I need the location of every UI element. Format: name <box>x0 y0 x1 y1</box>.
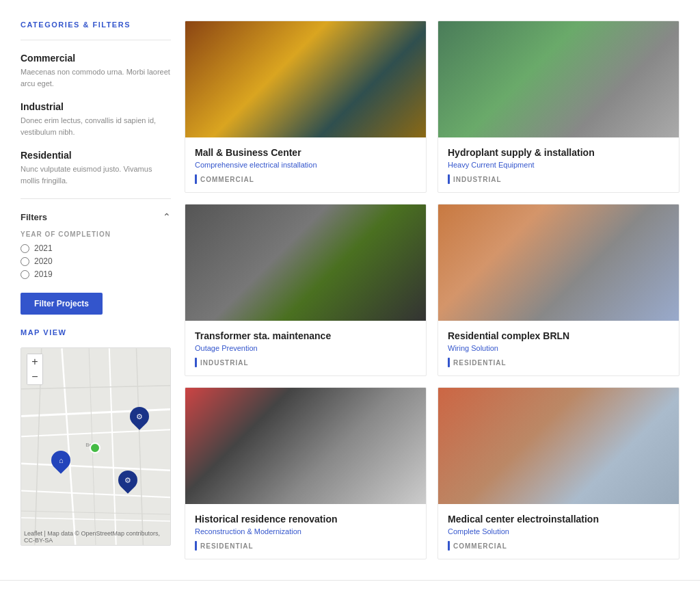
projects-grid: Mall & Business Center Comprehensive ele… <box>185 21 679 559</box>
project-info-mall: Mall & Business Center Comprehensive ele… <box>185 137 426 192</box>
category-industrial-title: Industrial <box>21 101 171 112</box>
year-2021[interactable]: 2021 <box>21 243 171 253</box>
filters-header[interactable]: Filters ⌃ <box>21 211 171 222</box>
zoom-in-button[interactable]: + <box>27 354 42 369</box>
category-residential-desc: Nunc vulputate euismod justo. Vivamus mo… <box>21 163 171 186</box>
project-subtitle-mall: Comprehensive electrical installation <box>195 161 416 169</box>
project-category-residential: RESIDENTIAL <box>448 358 669 367</box>
project-image-hydro <box>438 21 679 137</box>
categories-label: CATEGORIES & FILTERS <box>21 21 171 29</box>
project-category-medical: COMMERCIAL <box>448 541 669 551</box>
project-info-historical: Historical residence renovation Reconstr… <box>185 504 426 559</box>
category-commercial[interactable]: Commercial Maecenas non commodo urna. Mo… <box>21 53 171 89</box>
project-title-mall: Mall & Business Center <box>195 147 416 158</box>
map-attribution: Leaflet | Map data © OpenStreetMap contr… <box>24 530 170 544</box>
category-commercial-desc: Maecenas non commodo urna. Morbi laoreet… <box>21 66 171 89</box>
year-2019[interactable]: 2019 <box>21 269 171 279</box>
project-title-medical: Medical center electroinstallation <box>448 514 669 525</box>
project-title-residential: Residential complex BRLN <box>448 330 669 341</box>
project-card-transformer[interactable]: Transformer sta. maintenance Outage Prev… <box>185 204 427 376</box>
chevron-up-icon: ⌃ <box>163 211 171 222</box>
project-title-transformer: Transformer sta. maintenance <box>195 330 416 341</box>
project-card-residential[interactable]: Residential complex BRLN Wiring Solution… <box>438 204 679 376</box>
project-card-mall[interactable]: Mall & Business Center Comprehensive ele… <box>185 21 427 193</box>
map-section: MAP VIEW <box>21 328 171 546</box>
category-bar-residential <box>448 358 450 367</box>
category-industrial-desc: Donec erim lectus, convallis id sapien i… <box>21 115 171 137</box>
year-2020[interactable]: 2020 <box>21 256 171 266</box>
project-card-hydro[interactable]: Hydroplant supply & installation Heavy C… <box>438 21 679 193</box>
map-zoom-controls: + − <box>27 354 43 385</box>
factory-icon: ⚙ <box>136 412 143 421</box>
category-bar-mall <box>195 174 197 184</box>
sidebar: CATEGORIES & FILTERS Commercial Maecenas… <box>21 21 171 559</box>
category-residential-title: Residential <box>21 150 171 161</box>
search-section: SEARCH FOR MORE <box>0 580 700 595</box>
project-card-medical[interactable]: Medical center electroinstallation Compl… <box>438 387 679 559</box>
map-view[interactable]: Berlin + − ⌂ <box>21 347 171 546</box>
category-bar-transformer <box>195 358 197 367</box>
project-category-mall: COMMERCIAL <box>195 174 416 184</box>
project-info-residential: Residential complex BRLN Wiring Solution… <box>438 321 679 375</box>
category-bar-hydro <box>448 174 450 184</box>
project-image-historical <box>185 388 426 504</box>
project-subtitle-hydro: Heavy Current Equipment <box>448 161 669 169</box>
project-image-transformer <box>185 204 426 321</box>
project-title-historical: Historical residence renovation <box>195 514 416 525</box>
project-category-historical: RESIDENTIAL <box>195 541 416 551</box>
project-subtitle-historical: Reconstruction & Modernization <box>195 527 416 536</box>
category-residential[interactable]: Residential Nunc vulputate euismod justo… <box>21 150 171 186</box>
project-info-medical: Medical center electroinstallation Compl… <box>438 504 679 559</box>
category-commercial-title: Commercial <box>21 53 171 64</box>
project-subtitle-medical: Complete Solution <box>448 527 669 536</box>
map-label: MAP VIEW <box>21 328 171 336</box>
project-image-residential <box>438 204 679 321</box>
category-bar-medical <box>448 541 450 551</box>
project-title-hydro: Hydroplant supply & installation <box>448 147 669 158</box>
project-image-mall <box>185 21 426 137</box>
project-info-transformer: Transformer sta. maintenance Outage Prev… <box>185 321 426 375</box>
category-bar-historical <box>195 541 197 551</box>
zoom-out-button[interactable]: − <box>27 369 42 384</box>
project-subtitle-transformer: Outage Prevention <box>195 344 416 352</box>
year-label: YEAR OF COMPLETION <box>21 230 171 238</box>
factory-icon-2: ⚙ <box>124 475 131 484</box>
project-category-transformer: INDUSTRIAL <box>195 358 416 367</box>
home-icon: ⌂ <box>58 456 63 464</box>
project-card-historical[interactable]: Historical residence renovation Reconstr… <box>185 387 427 559</box>
year-filter-group: 2021 2020 2019 <box>21 243 171 279</box>
category-industrial[interactable]: Industrial Donec erim lectus, convallis … <box>21 101 171 137</box>
filters-title: Filters <box>21 212 47 222</box>
project-subtitle-residential: Wiring Solution <box>448 344 669 352</box>
project-category-hydro: INDUSTRIAL <box>448 174 669 184</box>
filter-projects-button[interactable]: Filter Projects <box>21 293 103 315</box>
project-image-medical <box>438 388 679 504</box>
map-background: Berlin + − ⌂ <box>21 348 170 545</box>
project-info-hydro: Hydroplant supply & installation Heavy C… <box>438 137 679 192</box>
